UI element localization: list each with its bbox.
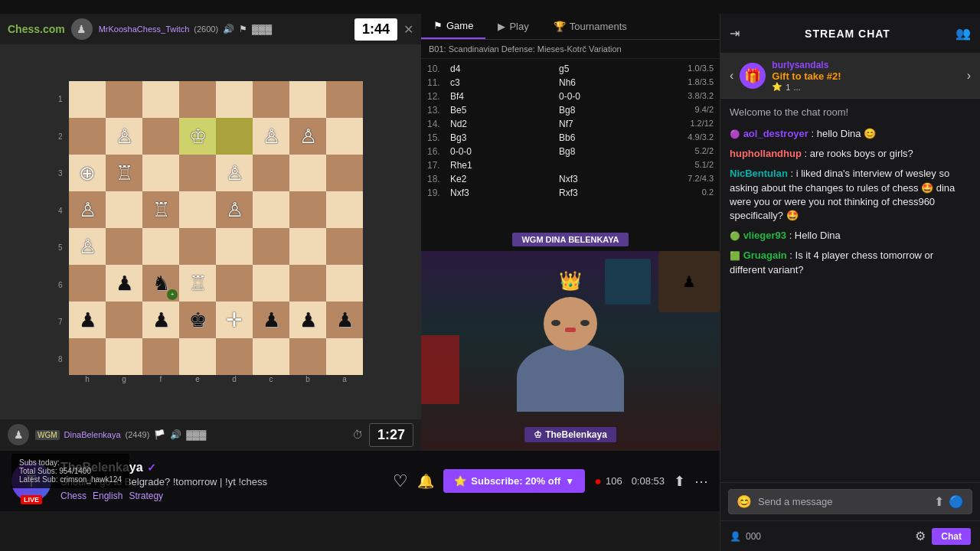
board-row-8[interactable] xyxy=(69,338,363,375)
board-row-3[interactable]: ⊕ ♖ ♙ xyxy=(69,155,363,191)
cell-h4[interactable] xyxy=(326,191,363,228)
cell-g5[interactable] xyxy=(289,228,326,265)
cell-f7[interactable]: ♟ xyxy=(253,302,289,338)
cell-g8[interactable] xyxy=(289,338,326,375)
cell-c8[interactable] xyxy=(142,338,179,375)
cell-h8[interactable] xyxy=(326,338,363,375)
tag-strategy[interactable]: Strategy xyxy=(129,491,163,501)
cell-e2-highlight[interactable] xyxy=(216,118,253,155)
cell-c6[interactable]: ♞ + xyxy=(142,265,179,302)
cell-b5[interactable] xyxy=(106,228,142,265)
cell-a1[interactable] xyxy=(69,81,106,118)
cell-c5[interactable] xyxy=(142,228,179,265)
cell-h7[interactable]: ♟ xyxy=(326,302,363,338)
cell-g7[interactable]: ♟ xyxy=(289,302,326,338)
cell-a5[interactable]: ♙ xyxy=(69,228,106,265)
table-row[interactable]: 15. Bg3 Bb6 4.9/3.2 xyxy=(421,131,720,145)
share-button[interactable]: ⬆ xyxy=(674,473,685,490)
board-row-5[interactable]: ♙ xyxy=(69,228,363,265)
cell-a4[interactable]: ♙ xyxy=(69,191,106,228)
table-row[interactable]: 16. 0-0-0 Bg8 5.2/2 xyxy=(421,145,720,158)
cell-g1[interactable] xyxy=(289,81,326,118)
cell-h2[interactable] xyxy=(326,118,363,155)
cell-g3[interactable] xyxy=(289,155,326,191)
board-row-6[interactable]: ♟ ♞ + ♖ xyxy=(69,265,363,302)
cell-e6[interactable] xyxy=(216,265,253,302)
cell-d2-highlight[interactable]: ♔ xyxy=(179,118,216,155)
tag-chess[interactable]: Chess xyxy=(60,491,87,501)
chat-users-button[interactable]: 👥 xyxy=(956,26,971,41)
table-row[interactable]: 14. Nd2 Nf7 1.2/12 xyxy=(421,117,720,131)
cell-h3[interactable] xyxy=(326,155,363,191)
cell-f6[interactable] xyxy=(253,265,289,302)
cell-f3[interactable] xyxy=(253,155,289,191)
username-gruagain[interactable]: Gruagain xyxy=(743,249,787,261)
chat-submit-button[interactable]: Chat xyxy=(932,528,971,545)
board-row-4[interactable]: ♙ ♖ ♙ xyxy=(69,191,363,228)
cell-e5[interactable] xyxy=(216,228,253,265)
table-row[interactable]: 11. c3 Nh6 1.8/3.5 xyxy=(421,76,720,90)
table-row[interactable]: 19. Nxf3 Rxf3 0.2 xyxy=(421,186,720,200)
cell-e3[interactable]: ♙ xyxy=(216,155,253,191)
cell-g4[interactable] xyxy=(289,191,326,228)
cell-b7[interactable] xyxy=(106,302,142,338)
chat-message-input[interactable] xyxy=(758,496,928,507)
username-nicbentulan[interactable]: NicBentulan xyxy=(730,168,788,179)
username-huphollandhup[interactable]: huphollandhup xyxy=(730,148,802,159)
cell-c2[interactable] xyxy=(142,118,179,155)
cell-b1[interactable] xyxy=(106,81,142,118)
sidebar-toggle-button[interactable]: ⇥ xyxy=(730,26,740,41)
board-close-btn[interactable]: ✕ xyxy=(403,22,413,37)
cell-c4[interactable]: ♖ xyxy=(142,191,179,228)
board-row-1[interactable] xyxy=(69,81,363,118)
cell-d6[interactable]: ♖ xyxy=(179,265,216,302)
bell-button[interactable]: 🔔 xyxy=(417,473,434,490)
cell-c3[interactable] xyxy=(142,155,179,191)
cell-c1[interactable] xyxy=(142,81,179,118)
tab-tournaments[interactable]: 🏆 Tournaments xyxy=(541,14,639,39)
chat-reward-button[interactable]: 🔵 xyxy=(949,494,964,509)
username-aol-destroyer[interactable]: aol_destroyer xyxy=(743,128,808,139)
cell-d7[interactable]: ♚ xyxy=(179,302,216,338)
cell-c7[interactable]: ♟ xyxy=(142,302,179,338)
table-row[interactable]: 18. Ke2 Nxf3 7.2/4.3 xyxy=(421,172,720,186)
cell-f1[interactable] xyxy=(253,81,289,118)
cell-h6[interactable] xyxy=(326,265,363,302)
gift-next-button[interactable]: › xyxy=(967,69,971,83)
cell-f4[interactable] xyxy=(253,191,289,228)
cell-a6[interactable] xyxy=(69,265,106,302)
cell-h5[interactable] xyxy=(326,228,363,265)
table-row[interactable]: 17. Rhe1 5.1/2 xyxy=(421,158,720,172)
cell-a8[interactable] xyxy=(69,338,106,375)
cell-f5[interactable] xyxy=(253,228,289,265)
table-row[interactable]: 13. Be5 Bg8 9.4/2 xyxy=(421,103,720,117)
board-row-2[interactable]: ♙ ♔ ♙ ♙ xyxy=(69,118,363,155)
chat-send-up-button[interactable]: ⬆ xyxy=(934,494,944,509)
username-vlieger93[interactable]: vlieger93 xyxy=(743,230,786,241)
cell-e1[interactable] xyxy=(216,81,253,118)
table-row[interactable]: 10. d4 g5 1.0/3.5 xyxy=(421,62,720,76)
more-options-button[interactable]: ⋯ xyxy=(694,473,708,490)
cell-b6[interactable]: ♟ xyxy=(106,265,142,302)
cell-b2[interactable]: ♙ xyxy=(106,118,142,155)
cell-e4[interactable]: ♙ xyxy=(216,191,253,228)
cell-d4[interactable] xyxy=(179,191,216,228)
cell-b8[interactable] xyxy=(106,338,142,375)
gift-prev-button[interactable]: ‹ xyxy=(730,69,733,83)
heart-button[interactable]: ♡ xyxy=(393,471,408,491)
cell-d5[interactable] xyxy=(179,228,216,265)
board-row-7[interactable]: ♟ ♟ ♚ ✛ ♟ ♟ ♟ xyxy=(69,302,363,338)
cell-f2[interactable]: ♙ xyxy=(253,118,289,155)
cell-b4[interactable] xyxy=(106,191,142,228)
cell-d8[interactable] xyxy=(179,338,216,375)
tab-play[interactable]: ▶ Play xyxy=(485,14,541,39)
cell-d1[interactable] xyxy=(179,81,216,118)
cell-a7[interactable]: ♟ xyxy=(69,302,106,338)
cell-e8[interactable] xyxy=(216,338,253,375)
cell-a2[interactable] xyxy=(69,118,106,155)
tag-english[interactable]: English xyxy=(93,491,122,501)
subscribe-button[interactable]: ⭐ Subscribe: 20% off ▼ xyxy=(443,469,585,493)
cell-a3[interactable]: ⊕ xyxy=(69,155,106,191)
cell-b3[interactable]: ♖ xyxy=(106,155,142,191)
table-row[interactable]: 12. Bf4 0-0-0 3.8/3.2 xyxy=(421,90,720,103)
